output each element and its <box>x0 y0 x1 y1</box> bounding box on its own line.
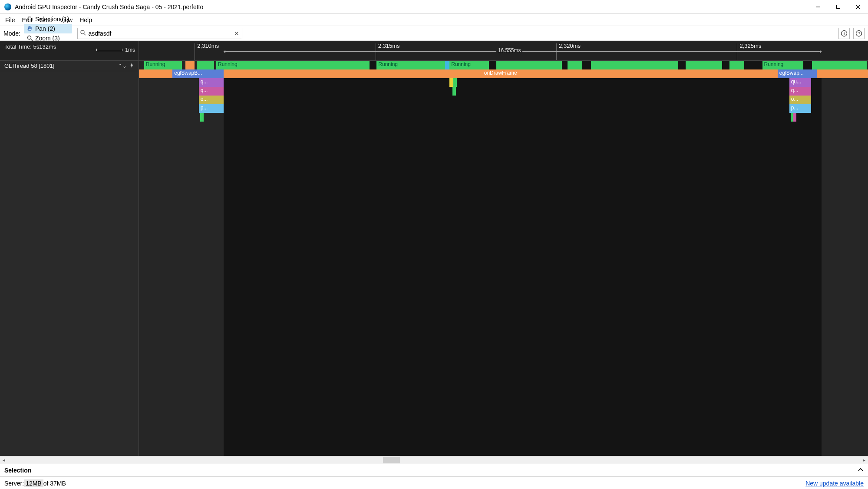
svg-point-13 <box>844 32 845 33</box>
trace-span[interactable] <box>139 69 172 78</box>
search-icon <box>80 30 86 37</box>
svg-text:?: ? <box>858 31 860 36</box>
track-row: eglSwapB...onDrawFrameeglSwap... <box>139 69 868 78</box>
svg-line-11 <box>84 33 86 35</box>
scale-indicator: 1ms <box>96 47 135 53</box>
close-button[interactable] <box>848 0 868 13</box>
trace-span[interactable]: eglSwapB... <box>172 69 224 78</box>
selection-panel-header[interactable]: Selection <box>0 464 868 477</box>
track-row: q...q... <box>139 87 868 96</box>
trace-span[interactable] <box>197 61 214 69</box>
search-box[interactable]: ✕ <box>77 28 242 39</box>
menubar: FileEditGotoViewHelp <box>0 14 868 26</box>
pan-icon <box>26 25 33 32</box>
track-row <box>139 113 868 122</box>
trace-span[interactable] <box>496 61 562 69</box>
selection-icon <box>26 16 33 23</box>
trace-span[interactable] <box>793 113 796 122</box>
track-row: RunningRunningRunningRunningRunning <box>139 61 868 69</box>
server-label-prefix: Server: <box>4 480 24 487</box>
trace-span[interactable] <box>812 61 867 69</box>
window-controls <box>808 0 868 13</box>
trace-span[interactable] <box>686 61 722 69</box>
svg-point-10 <box>81 30 84 34</box>
trace-span[interactable]: o... <box>789 96 811 104</box>
trace-span[interactable]: q... <box>199 87 224 96</box>
track-row: p...p... <box>139 104 868 113</box>
horizontal-scrollbar[interactable]: ◄ ► <box>0 456 868 464</box>
window-title: Android GPU Inspector - Candy Crush Soda… <box>15 3 808 10</box>
track-label: GLThread 58 [1801] <box>4 63 54 69</box>
ruler-tick: 2,325ms <box>739 43 761 49</box>
update-link[interactable]: New update available <box>805 480 864 487</box>
trace-span[interactable] <box>568 61 582 69</box>
titlebar: Android GPU Inspector - Candy Crush Soda… <box>0 0 868 14</box>
ruler-tick: 2,310ms <box>197 43 219 49</box>
minimize-button[interactable] <box>808 0 828 13</box>
ruler-tick: 2,315ms <box>378 43 400 49</box>
mode-pan-button[interactable]: Pan (2) <box>24 24 72 33</box>
timeline[interactable]: Total Time: 5s132ms 1ms 2,310ms2,315ms2,… <box>0 41 868 456</box>
mode-label: Mode: <box>3 30 20 37</box>
trace-span[interactable] <box>445 61 449 69</box>
track-label-row[interactable]: GLThread 58 [1801] ⌃⌄ <box>0 61 139 71</box>
selection-title: Selection <box>4 467 31 474</box>
trace-span[interactable] <box>591 61 678 69</box>
track-labels-column: GLThread 58 [1801] ⌃⌄ <box>0 61 139 456</box>
trace-span[interactable] <box>452 87 456 96</box>
trace-span[interactable]: onDrawFrame <box>224 69 778 78</box>
info-button[interactable] <box>838 28 850 39</box>
trace-span[interactable]: eglSwap... <box>778 69 817 78</box>
trace-span[interactable]: q... <box>199 78 224 87</box>
trace-span[interactable]: qu... <box>789 78 811 87</box>
tracks-pane[interactable]: RunningRunningRunningRunningRunningeglSw… <box>139 61 868 456</box>
statusbar: Server: 12MB of 37MB New update availabl… <box>0 477 868 489</box>
expand-selection-icon[interactable] <box>858 467 864 474</box>
svg-rect-14 <box>844 33 844 35</box>
trace-span[interactable]: Running <box>449 61 489 69</box>
scroll-track[interactable] <box>8 456 860 464</box>
track-row: q...qu... <box>139 78 868 87</box>
maximize-button[interactable] <box>828 0 848 13</box>
toolbar: Mode: Selection (1)Pan (2)Zoom (3)Timing… <box>0 26 868 41</box>
scale-label: 1ms <box>125 47 135 53</box>
trace-span[interactable] <box>729 61 744 69</box>
trace-span[interactable]: p... <box>199 104 224 113</box>
trace-span[interactable]: o... <box>199 96 224 104</box>
trace-span[interactable]: q... <box>789 87 811 96</box>
svg-line-6 <box>31 39 33 41</box>
mode-selection-button[interactable]: Selection (1) <box>24 14 72 24</box>
trace-span[interactable]: Running <box>144 61 182 69</box>
svg-rect-1 <box>836 5 840 9</box>
trace-span[interactable] <box>817 69 868 78</box>
search-input[interactable] <box>89 30 231 37</box>
trace-span[interactable] <box>200 113 204 122</box>
server-mem-total: of 37MB <box>43 480 66 487</box>
svg-point-5 <box>27 36 31 39</box>
trace-span[interactable] <box>185 61 194 69</box>
trace-span[interactable]: p... <box>789 104 811 113</box>
trace-span[interactable]: Running <box>216 61 370 69</box>
track-row: o...o... <box>139 96 868 104</box>
svg-rect-4 <box>28 17 32 21</box>
total-time-label: Total Time: 5s132ms <box>4 43 56 50</box>
clear-search-icon[interactable]: ✕ <box>234 30 239 37</box>
server-mem-used: 12MB <box>24 479 43 487</box>
scroll-left-arrow[interactable]: ◄ <box>0 456 8 464</box>
collapse-icon[interactable]: ⌃⌄ <box>118 63 127 69</box>
scroll-right-arrow[interactable]: ► <box>860 456 868 464</box>
trace-span[interactable]: Running <box>762 61 803 69</box>
pin-icon[interactable] <box>129 63 134 69</box>
menu-item-help[interactable]: Help <box>76 15 96 25</box>
menu-item-file[interactable]: File <box>2 15 19 25</box>
trace-span[interactable]: Running <box>376 61 448 69</box>
trace-span[interactable] <box>453 78 457 87</box>
timeline-ruler: Total Time: 5s132ms 1ms 2,310ms2,315ms2,… <box>0 41 868 61</box>
app-icon <box>4 3 11 10</box>
trace-span[interactable] <box>449 78 453 87</box>
ruler-range-label: 16.555ms <box>496 47 523 53</box>
ruler-tick: 2,320ms <box>559 43 581 49</box>
scroll-thumb[interactable] <box>383 457 400 463</box>
help-button[interactable]: ? <box>853 28 865 39</box>
